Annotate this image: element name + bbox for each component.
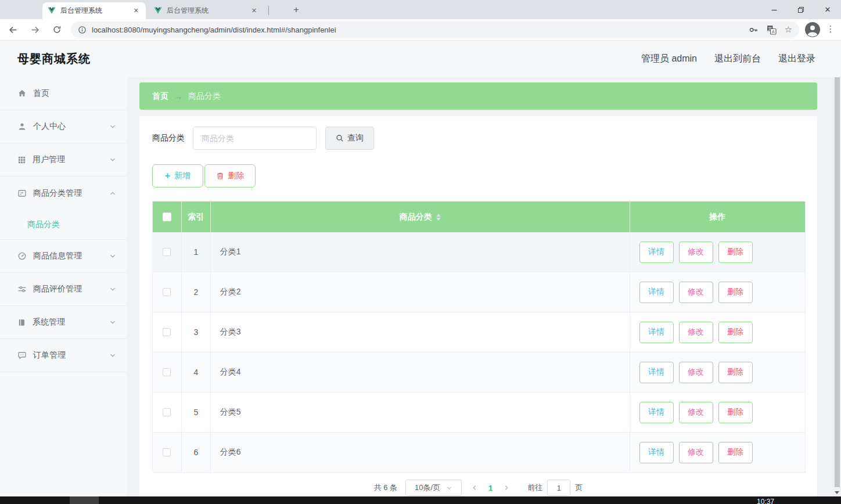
- url-text: localhost:8080/muyingshangcheng/admin/di…: [92, 26, 741, 34]
- sidebar-subitem-product-category[interactable]: 商品分类: [0, 210, 127, 239]
- sidebar-item-category-management[interactable]: 商品分类管理: [0, 177, 127, 210]
- delete-button[interactable]: 删除: [718, 282, 753, 303]
- add-button[interactable]: + 新增: [152, 164, 203, 188]
- detail-button[interactable]: 详情: [639, 442, 674, 463]
- translate-icon[interactable]: 文A: [767, 25, 777, 35]
- scrollbar-thumb[interactable]: [835, 77, 840, 487]
- browser-tab-active[interactable]: 后台管理系统 ✕: [42, 2, 146, 19]
- vue-logo-icon: [154, 7, 162, 15]
- row-index: 6: [182, 433, 211, 472]
- row-checkbox[interactable]: [163, 368, 171, 376]
- url-omnibox[interactable]: localhost:8080/muyingshangcheng/admin/di…: [71, 21, 799, 38]
- column-header-index: 索引: [182, 201, 211, 232]
- detail-button[interactable]: 详情: [639, 322, 674, 343]
- new-tab-button[interactable]: +: [289, 3, 303, 17]
- bulk-delete-button[interactable]: 删除: [204, 164, 256, 188]
- chat-icon: [17, 351, 27, 360]
- window-minimize-button[interactable]: [761, 0, 788, 19]
- key-icon[interactable]: [749, 25, 759, 35]
- filter-label: 商品分类: [152, 133, 185, 143]
- bookmark-star-icon[interactable]: ☆: [785, 24, 792, 35]
- row-category: 分类4: [211, 352, 630, 392]
- delete-button[interactable]: 删除: [718, 242, 753, 263]
- row-index: 4: [182, 352, 211, 392]
- detail-button[interactable]: 详情: [639, 242, 674, 263]
- row-category: 分类2: [211, 272, 630, 312]
- detail-button[interactable]: 详情: [639, 402, 674, 423]
- info-icon[interactable]: [78, 26, 87, 34]
- vertical-scrollbar: [833, 77, 841, 496]
- row-category: 分类1: [211, 232, 630, 272]
- odometer-icon: [17, 251, 27, 261]
- table-row: 2 分类2 详情 修改 删除: [153, 272, 805, 312]
- sidebar-item-order-management[interactable]: 订单管理: [0, 339, 127, 372]
- delete-button[interactable]: 删除: [718, 322, 753, 343]
- row-checkbox[interactable]: [163, 248, 171, 256]
- sidebar-item-system-management[interactable]: 系统管理: [0, 306, 127, 339]
- row-checkbox[interactable]: [163, 328, 171, 336]
- window-restore-button[interactable]: [788, 0, 814, 19]
- tab-close-icon[interactable]: ✕: [250, 6, 258, 16]
- chevron-down-icon: [109, 156, 116, 163]
- sidebar-item-personal-center[interactable]: 个人中心: [0, 110, 127, 143]
- pagination-total: 共 6 条: [374, 483, 397, 493]
- user-icon: [17, 122, 27, 131]
- breadcrumb-home-link[interactable]: 首页: [152, 91, 168, 102]
- reload-icon[interactable]: [48, 20, 66, 39]
- chevron-down-icon: [109, 319, 116, 326]
- filter-row: 商品分类 查询: [152, 127, 374, 150]
- chevron-down-icon: [109, 253, 116, 260]
- select-caret-icon: [446, 485, 452, 491]
- edit-button[interactable]: 修改: [679, 362, 713, 383]
- taskbar-app-button[interactable]: [70, 496, 99, 504]
- table-header-row: 索引 商品分类 操作: [153, 201, 805, 232]
- grid-icon: [17, 156, 26, 164]
- sidebar-item-product-info-management[interactable]: 商品信息管理: [0, 240, 127, 273]
- browser-tab-inactive[interactable]: 后台管理系统 ✕: [149, 2, 264, 19]
- browser-tab-bar: 后台管理系统 ✕ 后台管理系统 ✕ + ✕: [0, 0, 841, 19]
- chevron-down-icon: [109, 123, 116, 130]
- logout-link[interactable]: 退出登录: [778, 53, 815, 65]
- row-checkbox[interactable]: [163, 448, 171, 456]
- edit-button[interactable]: 修改: [679, 322, 713, 343]
- edit-button[interactable]: 修改: [679, 402, 713, 423]
- category-search-input[interactable]: [193, 127, 317, 150]
- breadcrumb-current: 商品分类: [188, 91, 221, 102]
- goto-page-input[interactable]: [547, 480, 570, 496]
- edit-button[interactable]: 修改: [679, 242, 713, 263]
- edit-button[interactable]: 修改: [679, 442, 713, 463]
- scrollbar-down-icon[interactable]: [833, 489, 841, 496]
- delete-button[interactable]: 删除: [718, 442, 753, 463]
- profile-avatar[interactable]: [805, 22, 820, 37]
- sidebar-item-product-review-management[interactable]: 商品评价管理: [0, 273, 127, 306]
- back-icon[interactable]: [3, 20, 22, 39]
- row-index: 1: [182, 232, 211, 272]
- column-header-category: 商品分类: [211, 201, 630, 232]
- sidebar-item-home[interactable]: 首页: [0, 77, 127, 110]
- sort-caret-icon[interactable]: [436, 214, 441, 221]
- windows-taskbar: 10:37: [0, 496, 841, 504]
- page-size-select[interactable]: 10条/页: [405, 480, 462, 496]
- app-logo: 母婴商城系统: [17, 41, 91, 77]
- current-page-number[interactable]: 1: [488, 484, 493, 492]
- goto-label: 前往: [527, 483, 542, 493]
- select-all-checkbox[interactable]: [163, 213, 171, 221]
- sidebar-item-user-management[interactable]: 用户管理: [0, 143, 127, 177]
- tab-title: 后台管理系统: [60, 6, 132, 16]
- delete-button[interactable]: 删除: [718, 402, 753, 423]
- prev-page-icon[interactable]: [471, 484, 478, 491]
- detail-button[interactable]: 详情: [639, 362, 674, 383]
- browser-menu-icon[interactable]: ⋮: [826, 24, 835, 34]
- exit-to-front-link[interactable]: 退出到前台: [714, 53, 761, 65]
- window-close-button[interactable]: ✕: [814, 0, 841, 19]
- next-page-icon[interactable]: [503, 484, 510, 491]
- delete-button[interactable]: 删除: [718, 362, 753, 383]
- row-checkbox[interactable]: [163, 288, 171, 296]
- forward-icon[interactable]: [26, 20, 44, 39]
- tab-close-icon[interactable]: ✕: [132, 6, 141, 16]
- detail-button[interactable]: 详情: [639, 282, 674, 303]
- row-checkbox[interactable]: [163, 408, 171, 416]
- edit-button[interactable]: 修改: [679, 282, 713, 303]
- query-button[interactable]: 查询: [325, 127, 374, 150]
- page-unit-label: 页: [575, 483, 583, 493]
